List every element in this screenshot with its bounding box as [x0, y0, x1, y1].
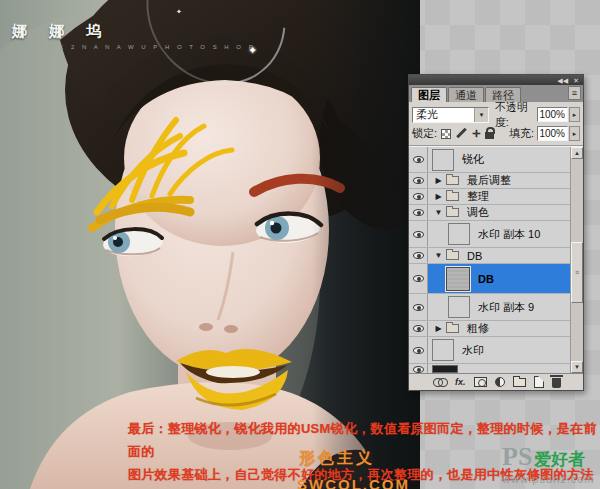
close-panel-icon[interactable]: ✕ — [573, 77, 579, 84]
folder-icon — [446, 192, 459, 201]
group-row[interactable]: ▶最后调整 — [409, 173, 570, 189]
layer-row[interactable]: 水印 — [409, 337, 570, 364]
tab-channels[interactable]: 通道 — [448, 87, 484, 102]
layers-panel: ◀◀ ✕ 图层 通道 路径 ≡ 柔光 ▼ 不透明度: 100% ▸ 锁定: ✛ — [408, 74, 584, 391]
layer-thumbnail[interactable] — [432, 339, 454, 361]
eye-visibility-icon[interactable] — [409, 173, 428, 188]
center-watermark: 形色主义 — [299, 448, 375, 469]
site-logo: 娜 娜 坞 2 0 1 2 N A N A W U P H O T O S H … — [12, 22, 256, 50]
folder-icon — [446, 176, 459, 185]
layer-name: 水印 — [462, 343, 484, 358]
group-row[interactable]: ▼调色 — [409, 205, 570, 221]
eye-visibility-icon[interactable] — [409, 264, 428, 293]
group-row[interactable]: ▶粗修 — [409, 321, 570, 337]
panel-menu-icon[interactable]: ≡ — [568, 86, 581, 100]
layer-name: 整理 — [467, 189, 489, 204]
fill-label: 填充: — [509, 126, 534, 141]
group-row[interactable]: ▶整理 — [409, 189, 570, 205]
collapse-group-icon[interactable]: ▼ — [433, 251, 444, 260]
layer-name: 水印 副本 10 — [478, 227, 540, 242]
adjustment-layer-icon[interactable] — [495, 377, 505, 387]
layer-row[interactable]: DB — [409, 264, 570, 294]
eye-visibility-icon[interactable] — [409, 248, 428, 263]
eye-visibility-icon[interactable] — [409, 147, 428, 172]
watermark-ps-text: PS — [502, 442, 532, 472]
fill-input[interactable]: 100% — [537, 126, 568, 141]
layers-list: 锐化▶最后调整▶整理▼调色水印 副本 10▼DBDB水印 副本 9▶粗修水印 — [409, 147, 570, 373]
collapse-group-icon[interactable]: ▼ — [433, 208, 444, 217]
scrollbar[interactable]: ▲ ≡ ▼ — [570, 147, 583, 373]
lock-transparency-icon[interactable] — [441, 129, 451, 139]
layer-name: DB — [467, 250, 482, 262]
scroll-down-icon[interactable]: ▼ — [571, 361, 583, 373]
scroll-up-icon[interactable]: ▲ — [571, 147, 583, 159]
right-shadow — [312, 0, 420, 489]
opacity-slider-icon[interactable]: ▸ — [569, 107, 580, 122]
folder-icon — [446, 208, 459, 217]
layer-thumbnail[interactable] — [432, 149, 454, 171]
layer-thumbnail[interactable] — [448, 296, 470, 318]
layer-name: 最后调整 — [467, 173, 511, 188]
folder-icon — [446, 251, 459, 260]
layer-thumbnail[interactable] — [446, 267, 470, 291]
eye-visibility-icon[interactable] — [409, 294, 428, 320]
layer-name: 水印 副本 9 — [478, 300, 534, 315]
opacity-input[interactable]: 100% — [537, 107, 568, 122]
panel-controls: 柔光 ▼ 不透明度: 100% ▸ 锁定: ✛ 填充: 100% ▸ — [409, 102, 583, 146]
lock-paint-icon[interactable] — [456, 128, 467, 139]
layer-row[interactable]: 水印 副本 9 — [409, 294, 570, 321]
watermark-url: www.psanz.com — [502, 473, 598, 485]
layer-name: 锐化 — [462, 152, 484, 167]
layer-style-icon[interactable]: fx. — [455, 377, 466, 387]
link-layers-icon[interactable] — [433, 378, 447, 386]
blend-mode-value: 柔光 — [413, 107, 474, 122]
collapse-panel-icon[interactable]: ◀◀ — [557, 77, 568, 84]
layer-row[interactable]: 水印 副本 10 — [409, 221, 570, 248]
opacity-label: 不透明度: — [495, 100, 534, 130]
delete-layer-icon[interactable] — [552, 378, 561, 388]
layer-row[interactable] — [409, 364, 570, 373]
eye-visibility-icon[interactable] — [409, 221, 428, 247]
tutorial-page: { "logo": { "title": "娜 娜 坞", "subtitle"… — [0, 0, 600, 489]
layer-thumbnail — [432, 365, 458, 373]
layer-mask-icon[interactable] — [474, 377, 487, 387]
folder-icon — [446, 324, 459, 333]
eye-visibility-icon[interactable] — [409, 364, 428, 373]
center-watermark-url: SWCOL.COM — [297, 476, 410, 489]
group-row[interactable]: ▼DB — [409, 248, 570, 264]
panel-titlebar[interactable]: ◀◀ ✕ — [409, 75, 583, 85]
logo-subtitle: 2 0 1 2 N A N A W U P H O T O S H O P — [38, 44, 256, 50]
layer-name: DB — [478, 273, 494, 285]
eye-visibility-icon[interactable] — [409, 321, 428, 336]
lock-label: 锁定: — [412, 126, 437, 141]
chevron-down-icon[interactable]: ▼ — [474, 108, 488, 122]
ps-fans-watermark: PS 爱好者 www.psanz.com — [502, 442, 598, 485]
logo-title: 娜 娜 坞 — [12, 22, 256, 41]
new-layer-icon[interactable] — [534, 376, 544, 388]
watermark-fans-text: 爱好者 — [534, 448, 585, 471]
fill-slider-icon[interactable]: ▸ — [569, 126, 580, 141]
panel-bottom-bar: fx. — [409, 373, 583, 390]
layer-name: 粗修 — [467, 321, 489, 336]
layers-list-container: 锐化▶最后调整▶整理▼调色水印 副本 10▼DBDB水印 副本 9▶粗修水印 ▲… — [409, 146, 583, 373]
layer-thumbnail[interactable] — [448, 223, 470, 245]
eye-visibility-icon[interactable] — [409, 189, 428, 204]
eye-visibility-icon[interactable] — [409, 337, 428, 363]
portrait-photo: ✦ ✦ 娜 娜 坞 2 0 1 2 N A N A W U P H O T O … — [0, 0, 420, 489]
expand-group-icon[interactable]: ▶ — [433, 192, 444, 201]
new-group-icon[interactable] — [513, 378, 526, 387]
lock-position-icon[interactable]: ✛ — [472, 129, 480, 139]
eye-visibility-icon[interactable] — [409, 205, 428, 220]
layer-row[interactable]: 锐化 — [409, 147, 570, 173]
lock-all-icon[interactable] — [485, 132, 494, 139]
layer-name: 调色 — [467, 205, 489, 220]
expand-group-icon[interactable]: ▶ — [433, 176, 444, 185]
blend-mode-select[interactable]: 柔光 ▼ — [412, 107, 489, 123]
sparkle-icon: ✦ — [176, 8, 182, 16]
scrollbar-thumb[interactable]: ≡ — [571, 242, 583, 303]
tab-layers[interactable]: 图层 — [411, 87, 447, 102]
expand-group-icon[interactable]: ▶ — [433, 324, 444, 333]
